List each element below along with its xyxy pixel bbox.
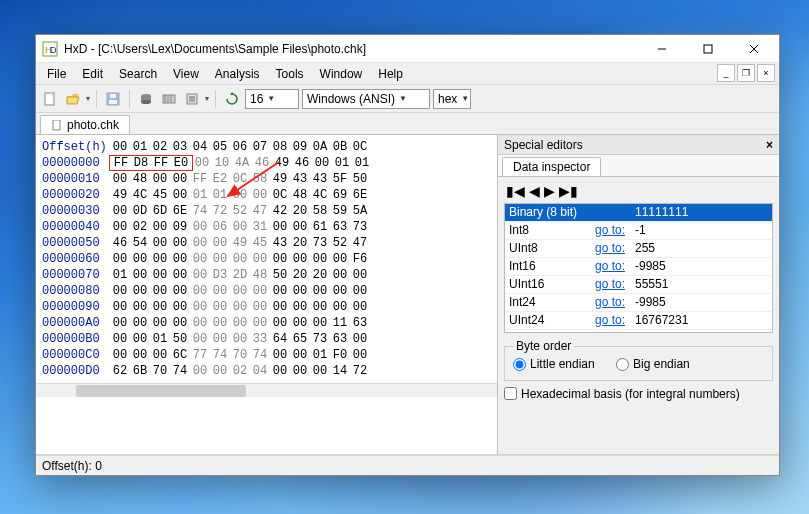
hex-byte[interactable]: 00 [310,251,330,267]
hex-byte[interactable]: 49 [110,187,130,203]
hex-byte[interactable]: 6E [350,187,370,203]
hex-byte[interactable]: 33 [250,331,270,347]
hex-byte[interactable]: 00 [210,235,230,251]
last-icon[interactable]: ▶▮ [559,183,578,199]
hex-byte[interactable]: 00 [310,363,330,379]
bytes-per-row-dropdown[interactable]: 16▼ [245,89,299,109]
refresh-icon[interactable] [222,89,242,109]
hex-byte[interactable]: 01 [190,187,210,203]
hex-byte[interactable]: 00 [290,219,310,235]
hex-byte[interactable]: 77 [190,347,210,363]
hex-byte[interactable]: 00 [350,347,370,363]
hex-byte[interactable]: 73 [310,331,330,347]
save-icon[interactable] [103,89,123,109]
hex-byte[interactable]: 00 [310,299,330,315]
hex-byte[interactable]: 00 [350,283,370,299]
hex-byte[interactable]: 00 [170,299,190,315]
hex-byte[interactable]: 00 [190,235,210,251]
hex-byte[interactable]: 73 [310,235,330,251]
hex-byte[interactable]: 73 [350,219,370,235]
hex-byte[interactable]: 00 [312,155,332,171]
hex-editor-pane[interactable]: Offset(h)000102030405060708090A0B0C00000… [36,135,497,454]
hex-byte[interactable]: 10 [212,155,232,171]
hex-byte[interactable]: 14 [330,363,350,379]
hex-byte[interactable]: 72 [210,203,230,219]
hex-byte[interactable]: D3 [210,267,230,283]
hex-byte[interactable]: 00 [210,283,230,299]
hex-byte[interactable]: 58 [310,203,330,219]
hex-byte[interactable]: 72 [350,363,370,379]
hex-byte[interactable]: 47 [250,203,270,219]
hex-byte[interactable]: 00 [150,235,170,251]
hex-byte[interactable]: 63 [350,315,370,331]
hex-byte[interactable]: 00 [150,219,170,235]
minimize-button[interactable] [639,35,685,63]
new-file-icon[interactable] [40,89,60,109]
hex-byte[interactable]: 43 [270,235,290,251]
hex-byte[interactable]: 00 [350,299,370,315]
inspector-goto[interactable] [591,204,631,222]
hex-byte[interactable]: 20 [290,267,310,283]
hex-byte[interactable]: 6B [130,363,150,379]
inspector-row[interactable]: Int24go to:-9985 [505,294,772,312]
hex-byte[interactable]: 20 [310,267,330,283]
mdi-restore-icon[interactable]: ❐ [737,64,755,82]
open-file-icon[interactable] [63,89,83,109]
hex-byte[interactable]: 58 [250,171,270,187]
hex-byte[interactable]: 50 [350,171,370,187]
hex-byte[interactable]: 00 [110,315,130,331]
hex-byte[interactable]: 59 [330,203,350,219]
hex-byte[interactable]: 00 [130,299,150,315]
hex-byte[interactable]: 00 [130,283,150,299]
hex-byte[interactable]: 00 [170,171,190,187]
hex-byte[interactable]: 49 [230,235,250,251]
hex-byte[interactable]: 63 [330,331,350,347]
hex-byte[interactable]: 0C [230,171,250,187]
radio-little-endian[interactable]: Little endian [513,357,595,371]
hex-byte[interactable]: 01 [150,331,170,347]
hex-byte[interactable]: 00 [230,331,250,347]
inspector-goto[interactable]: go to: [591,294,631,312]
hex-byte[interactable]: 48 [290,187,310,203]
hex-byte[interactable]: 00 [170,283,190,299]
menu-search[interactable]: Search [112,65,164,83]
hex-byte[interactable]: 6E [170,203,190,219]
hex-byte[interactable]: 01 [352,155,372,171]
inspector-goto[interactable]: go to: [591,240,631,258]
hex-byte[interactable]: 00 [270,283,290,299]
hex-byte[interactable]: F6 [350,251,370,267]
horizontal-scrollbar[interactable] [36,383,497,397]
hex-byte[interactable]: 01 [332,155,352,171]
hex-byte[interactable]: 74 [250,347,270,363]
hex-byte[interactable]: 4A [232,155,252,171]
hex-byte[interactable]: 00 [170,187,190,203]
hex-byte[interactable]: 00 [190,251,210,267]
hex-byte[interactable]: 74 [170,363,190,379]
hex-byte[interactable]: 6C [170,347,190,363]
hex-byte[interactable]: 00 [170,251,190,267]
hex-byte[interactable]: 00 [130,251,150,267]
hex-byte[interactable]: 00 [330,283,350,299]
hex-byte[interactable]: 01 [310,347,330,363]
hex-byte[interactable]: 00 [130,347,150,363]
hex-byte[interactable]: 00 [110,331,130,347]
hex-byte[interactable]: 00 [290,347,310,363]
hex-byte[interactable]: 0C [270,187,290,203]
close-button[interactable] [731,35,777,63]
mdi-close-icon[interactable]: × [757,64,775,82]
hex-byte[interactable]: 00 [190,219,210,235]
hex-byte[interactable]: 00 [170,267,190,283]
hex-byte[interactable]: 49 [272,155,292,171]
hex-byte[interactable]: 11 [330,315,350,331]
hex-byte[interactable]: 00 [130,267,150,283]
hex-byte[interactable]: 00 [250,299,270,315]
hex-byte[interactable]: 00 [150,299,170,315]
hex-byte[interactable]: 00 [190,363,210,379]
hex-byte[interactable]: 52 [230,203,250,219]
open-dropdown-icon[interactable]: ▾ [86,94,90,103]
data-inspector-grid[interactable]: Binary (8 bit)11111111Int8go to:-1UInt8g… [504,203,773,333]
hex-byte[interactable]: 09 [170,219,190,235]
prev-icon[interactable]: ◀ [529,183,540,199]
hex-byte[interactable]: 00 [110,203,130,219]
hex-byte[interactable]: 42 [270,203,290,219]
